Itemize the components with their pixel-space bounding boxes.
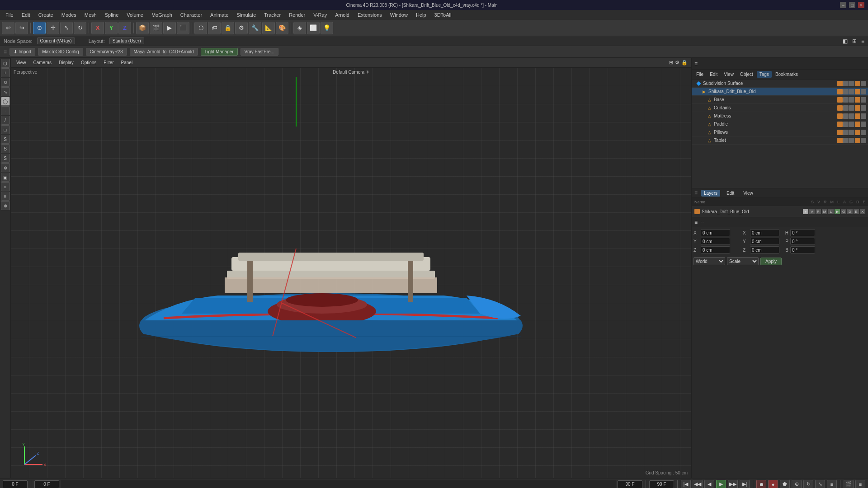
y-axis-button[interactable]: Y xyxy=(105,22,118,34)
menu-file[interactable]: File xyxy=(2,11,17,19)
tab-layers[interactable]: Layers xyxy=(701,190,720,197)
perspective-view-button[interactable]: ⬡ xyxy=(194,22,207,34)
render-button[interactable]: 🎬 xyxy=(150,22,162,34)
key-pos-button[interactable]: ⊕ xyxy=(792,480,802,488)
object-mode-button[interactable]: 📦 xyxy=(136,22,149,34)
tree-item-paddle[interactable]: △ Paddle xyxy=(692,120,868,128)
left-rotate-button[interactable]: ↻ xyxy=(1,78,10,87)
menu-mograph[interactable]: MoGraph xyxy=(148,11,176,19)
transform-mode-dropdown[interactable]: Scale Move Rotate xyxy=(727,257,759,265)
tree-item-base[interactable]: △ Base xyxy=(692,96,868,104)
viewport-lock-icon[interactable]: 🔒 xyxy=(681,60,688,66)
menu-window[interactable]: Window xyxy=(387,11,411,19)
viewport-display-menu[interactable]: Display xyxy=(57,60,75,66)
menu-tracker[interactable]: Tracker xyxy=(260,11,284,19)
right-panel-resize[interactable] xyxy=(865,0,868,488)
tree-item-subdivision[interactable]: 🔷 Subdivision Surface xyxy=(692,80,868,88)
current-frame-input[interactable] xyxy=(3,480,28,488)
left-tool1-button[interactable]: S xyxy=(1,135,10,144)
left-color-button[interactable]: ◯ xyxy=(1,97,10,106)
left-tool2-button[interactable]: S xyxy=(1,144,10,153)
layout-icon-2[interactable]: ⊞ xyxy=(852,38,857,44)
menu-help[interactable]: Help xyxy=(412,11,430,19)
viewport-view-menu[interactable]: View xyxy=(14,60,28,66)
x-size-input[interactable] xyxy=(750,229,779,236)
tool2-button[interactable]: 🔧 xyxy=(249,22,261,34)
tree-item-mattress[interactable]: △ Mattress xyxy=(692,112,868,120)
menu-spline[interactable]: Spline xyxy=(101,11,123,19)
render-region-button[interactable]: ▶ xyxy=(163,22,176,34)
left-tool5-button[interactable]: ▣ xyxy=(1,173,10,182)
z-size-input[interactable] xyxy=(750,246,779,253)
viewport-panel-menu[interactable]: Panel xyxy=(119,60,135,66)
cinema-button[interactable]: CinemaVrayR23 xyxy=(86,48,127,56)
next-step-button[interactable]: ▶▶ xyxy=(728,480,738,488)
h-rotation-input[interactable] xyxy=(790,229,815,236)
close-button[interactable]: × xyxy=(858,2,864,8)
menu-arnold[interactable]: Arnold xyxy=(331,11,353,19)
z-axis-button[interactable]: Z xyxy=(118,22,131,34)
tab-view[interactable]: View xyxy=(721,71,736,78)
menu-character[interactable]: Character xyxy=(177,11,206,19)
layout-dropdown[interactable]: Startup (User) xyxy=(109,38,144,44)
timeline-view-button[interactable]: ≡ xyxy=(855,480,865,488)
import-button[interactable]: ⬇ Import xyxy=(9,48,35,56)
layer-render-icon[interactable]: R xyxy=(816,209,821,214)
b-rotation-input[interactable] xyxy=(790,246,815,253)
left-tool7-button[interactable]: ≡ xyxy=(1,192,10,201)
key-rot-button[interactable]: ↻ xyxy=(803,480,813,488)
props-menu-icon[interactable]: ≡ xyxy=(694,219,698,225)
key-scale-button[interactable]: ⤡ xyxy=(815,480,825,488)
end-frame-input1[interactable] xyxy=(618,480,642,488)
prev-frame-button[interactable]: ◀◀ xyxy=(693,480,703,488)
tab-edit[interactable]: Edit xyxy=(707,71,720,78)
go-end-button[interactable]: ▶| xyxy=(740,480,750,488)
key-all-button[interactable]: ⬟ xyxy=(780,480,790,488)
tree-item-pillows[interactable]: △ Pillows xyxy=(692,128,868,136)
viewport[interactable]: View Cameras Display Options Filter Pane… xyxy=(11,58,692,478)
start-frame-input[interactable] xyxy=(34,480,59,488)
menu-create[interactable]: Create xyxy=(35,11,57,19)
move-button[interactable]: ✛ xyxy=(47,22,59,34)
layer-play-icon[interactable]: ▶ xyxy=(835,209,840,214)
scale-button[interactable]: ⤡ xyxy=(60,22,73,34)
viewport-cameras-menu[interactable]: Cameras xyxy=(32,60,54,66)
viewport-filter-menu[interactable]: Filter xyxy=(102,60,115,66)
maximize-button[interactable]: □ xyxy=(849,2,855,8)
left-scale-button[interactable]: ⤡ xyxy=(1,87,10,96)
node-space-dropdown[interactable]: Current (V-Ray) xyxy=(37,38,75,44)
apply-button[interactable]: Apply xyxy=(760,258,782,265)
coord-mode-dropdown[interactable]: World Object Camera xyxy=(693,257,725,265)
live-select-button[interactable]: ⊙ xyxy=(33,22,46,34)
layer-vis-icon[interactable]: V xyxy=(809,209,815,214)
prev-step-button[interactable]: ◀ xyxy=(704,480,714,488)
p-rotation-input[interactable] xyxy=(790,238,815,245)
tree-item-curtains[interactable]: △ Curtains xyxy=(692,104,868,112)
layers-menu[interactable]: ≡ xyxy=(694,190,698,196)
vray-fast-button[interactable]: Vray FastPre... xyxy=(241,48,278,56)
tab-bookmarks[interactable]: Bookmarks xyxy=(773,71,801,78)
minimize-button[interactable]: – xyxy=(840,2,846,8)
menu-3dtoall[interactable]: 3DToAll xyxy=(431,11,455,19)
redo-button[interactable]: ↪ xyxy=(15,22,28,34)
light-manager-button[interactable]: Light Manager xyxy=(201,48,238,56)
viewport-options-menu[interactable]: Options xyxy=(79,60,98,66)
texture-tag-button[interactable]: 🏷 xyxy=(208,22,221,34)
layer-e-icon[interactable]: E xyxy=(854,209,859,214)
layer-x-icon[interactable]: X xyxy=(860,209,865,214)
viewport-canvas[interactable]: Perspective Default Camera ✳ xyxy=(11,68,691,478)
layout-icon-1[interactable]: ◧ xyxy=(843,38,848,44)
layer-shikara[interactable]: Shikara_Drift_Blue_Old ● V R M L ▶ G D E… xyxy=(692,207,868,216)
x-axis-button[interactable]: X xyxy=(91,22,104,34)
left-point-button[interactable]: · xyxy=(1,106,10,115)
left-tool6-button[interactable]: ≡ xyxy=(1,182,10,191)
ipr-button[interactable]: ⬛ xyxy=(177,22,189,34)
menu-extensions[interactable]: Extensions xyxy=(354,11,386,19)
maxc4d-button[interactable]: MaxToC4D Config xyxy=(38,48,83,56)
layers-edit-tab[interactable]: Edit xyxy=(724,190,737,197)
left-edge-button[interactable]: / xyxy=(1,116,10,125)
left-poly-button[interactable]: □ xyxy=(1,125,10,134)
key-param-button[interactable]: ≡ xyxy=(827,480,837,488)
snap-button[interactable]: 🔒 xyxy=(222,22,234,34)
motion-clip-button[interactable]: 🎬 xyxy=(844,480,854,488)
